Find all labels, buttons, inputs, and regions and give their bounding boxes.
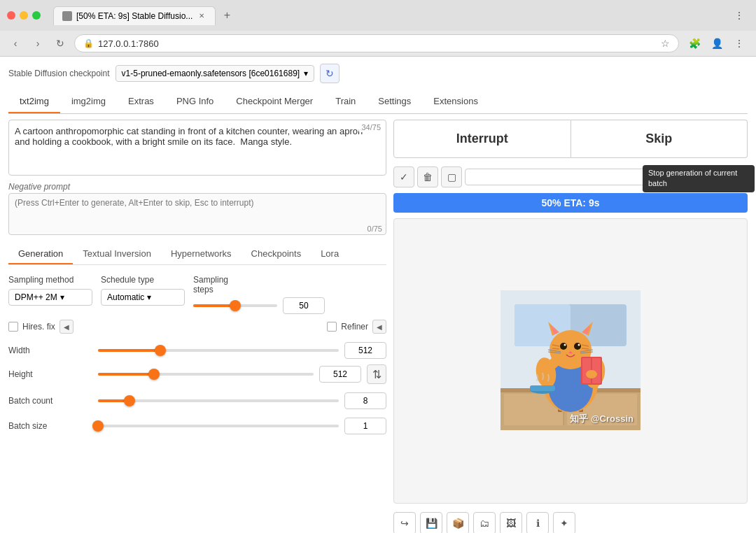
maximize-window-button[interactable] — [32, 11, 41, 20]
svg-line-24 — [582, 348, 589, 349]
sampling-method-col: Sampling method DPM++ 2M ▾ — [8, 275, 92, 306]
tab-title: [50% ETA: 9s] Stable Diffusio... — [76, 11, 192, 21]
negative-token-counter: 0/75 — [368, 225, 382, 233]
trash-icon[interactable]: 🗑 — [417, 166, 438, 187]
sampling-steps-label: Samplingsteps — [193, 275, 325, 294]
prompt-input[interactable]: A cartoon anthropomorphic cat standing i… — [8, 120, 386, 176]
height-slider-thumb[interactable] — [148, 369, 160, 380]
height-slider-track[interactable] — [98, 373, 314, 376]
width-slider-container — [98, 349, 339, 352]
svg-point-27 — [564, 343, 566, 346]
batch-count-input[interactable] — [344, 392, 386, 409]
minimize-window-button[interactable] — [20, 11, 28, 20]
tab-close-button[interactable]: ✕ — [197, 11, 206, 21]
main-tabs: txt2img img2img Extras PNG Info Checkpoi… — [8, 90, 748, 114]
chevron-down-icon: ▾ — [304, 69, 308, 78]
negative-prompt-input[interactable] — [8, 193, 386, 235]
close-window-button[interactable] — [7, 11, 15, 20]
tab-extensions[interactable]: Extensions — [422, 90, 489, 113]
refiner-expand-button[interactable]: ◀ — [372, 320, 386, 334]
bookmark-icon[interactable]: ☆ — [661, 38, 670, 49]
skip-button[interactable]: Skip — [571, 120, 748, 158]
sub-tab-lora[interactable]: Lora — [311, 244, 349, 264]
sampling-steps-input[interactable]: 50 — [283, 297, 325, 314]
tab-img2img[interactable]: img2img — [60, 90, 117, 113]
folder-button[interactable]: 🗂 — [473, 512, 496, 533]
batch-size-slider-thumb[interactable] — [92, 420, 104, 432]
batch-size-slider-track[interactable] — [98, 425, 339, 427]
back-button[interactable]: ‹ — [7, 35, 24, 52]
tab-settings[interactable]: Settings — [367, 90, 422, 113]
batch-count-slider-thumb[interactable] — [124, 395, 135, 406]
sampling-method-select[interactable]: DPM++ 2M ▾ — [8, 289, 92, 306]
sampling-steps-slider-thumb[interactable] — [230, 300, 241, 311]
browser-addressbar: ‹ › ↻ 🔒 127.0.0.1:7860 ☆ 🧩 👤 ⋮ — [0, 31, 756, 56]
tab-favicon-icon — [62, 11, 72, 21]
refresh-checkpoint-button[interactable]: ↻ — [320, 64, 340, 83]
chevron-down-icon: ▾ — [147, 292, 151, 302]
height-input[interactable] — [319, 366, 361, 383]
interrupt-button[interactable]: Interrupt — [393, 120, 571, 158]
generated-image-wrapper: 知乎 @Crossin — [500, 290, 640, 432]
clear-icon[interactable]: ✓ — [393, 166, 414, 187]
extra-button[interactable]: ✦ — [553, 512, 575, 533]
copy-icon[interactable]: ▢ — [441, 166, 462, 187]
width-row: Width — [8, 342, 386, 359]
left-panel: A cartoon anthropomorphic cat standing i… — [8, 120, 386, 533]
width-input[interactable] — [344, 342, 386, 359]
sub-tab-checkpoints[interactable]: Checkpoints — [241, 244, 312, 264]
swap-dimensions-button[interactable]: ⇅ — [367, 364, 386, 384]
batch-size-row: Batch size — [8, 418, 386, 434]
address-bar[interactable]: 🔒 127.0.0.1:7860 ☆ — [74, 34, 679, 52]
width-slider-thumb[interactable] — [155, 345, 166, 356]
prompt-container: A cartoon anthropomorphic cat standing i… — [8, 120, 386, 178]
svg-rect-41 — [530, 385, 555, 391]
schedule-type-select[interactable]: Automatic ▾ — [101, 289, 185, 306]
sampling-steps-slider-track[interactable] — [193, 304, 277, 307]
save-image-button[interactable]: 💾 — [420, 512, 442, 533]
width-slider-track[interactable] — [98, 349, 339, 352]
settings-grid: Sampling method DPM++ 2M ▾ Schedule type… — [8, 275, 386, 434]
tab-checkpoint-merger[interactable]: Checkpoint Merger — [225, 90, 324, 113]
action-buttons: Interrupt Skip — [393, 120, 748, 158]
negative-prompt-label: Negative prompt — [8, 182, 386, 192]
preview-button[interactable]: 🖼 — [500, 512, 522, 533]
zip-button[interactable]: 📦 — [447, 512, 469, 533]
content-area: A cartoon anthropomorphic cat standing i… — [8, 120, 748, 533]
svg-line-22 — [552, 348, 559, 349]
batch-count-slider-track[interactable] — [98, 399, 339, 402]
more-options-icon[interactable]: ⋮ — [729, 34, 749, 53]
sub-tab-generation[interactable]: Generation — [8, 244, 73, 264]
new-tab-button[interactable]: + — [218, 7, 235, 24]
browser-menu-button[interactable]: ⋮ — [729, 6, 749, 25]
tab-txt2img[interactable]: txt2img — [8, 90, 60, 113]
schedule-type-col: Schedule type Automatic ▾ — [101, 275, 185, 306]
hires-fix-expand-button[interactable]: ◀ — [59, 320, 74, 334]
sub-tab-hypernetworks[interactable]: Hypernetworks — [161, 244, 241, 264]
svg-point-25 — [560, 343, 567, 350]
tab-extras[interactable]: Extras — [117, 90, 165, 113]
info-button[interactable]: ℹ — [526, 512, 549, 533]
tab-png-info[interactable]: PNG Info — [165, 90, 225, 113]
generated-image — [500, 290, 640, 430]
extensions-icon[interactable]: 🧩 — [685, 34, 704, 53]
tab-train[interactable]: Train — [324, 90, 367, 113]
app-content: Stable Diffusion checkpoint v1-5-pruned-… — [0, 57, 756, 533]
checkpoint-select[interactable]: v1-5-pruned-emaonly.safetensors [6ce0161… — [115, 65, 315, 82]
refresh-button[interactable]: ↻ — [52, 35, 69, 52]
batch-count-label: Batch count — [8, 396, 92, 406]
batch-count-row: Batch count — [8, 392, 386, 409]
hires-fix-checkbox[interactable] — [8, 322, 18, 332]
forward-button[interactable]: › — [29, 35, 46, 52]
sub-tab-textual-inversion[interactable]: Textual Inversion — [73, 244, 161, 264]
batch-size-input[interactable] — [344, 418, 386, 434]
batch-count-slider-container — [98, 399, 339, 402]
skip-tooltip: Stop generation of current batch — [643, 165, 755, 192]
profile-icon[interactable]: 👤 — [707, 34, 727, 53]
checkpoint-row: Stable Diffusion checkpoint v1-5-pruned-… — [8, 64, 748, 83]
negative-prompt-container: Negative prompt 0/75 — [8, 182, 386, 237]
browser-actions: 🧩 👤 ⋮ — [685, 34, 749, 53]
refiner-checkbox[interactable] — [327, 322, 337, 332]
browser-tab[interactable]: [50% ETA: 9s] Stable Diffusio... ✕ — [53, 6, 216, 25]
send-image-button[interactable]: ↪ — [393, 512, 416, 533]
